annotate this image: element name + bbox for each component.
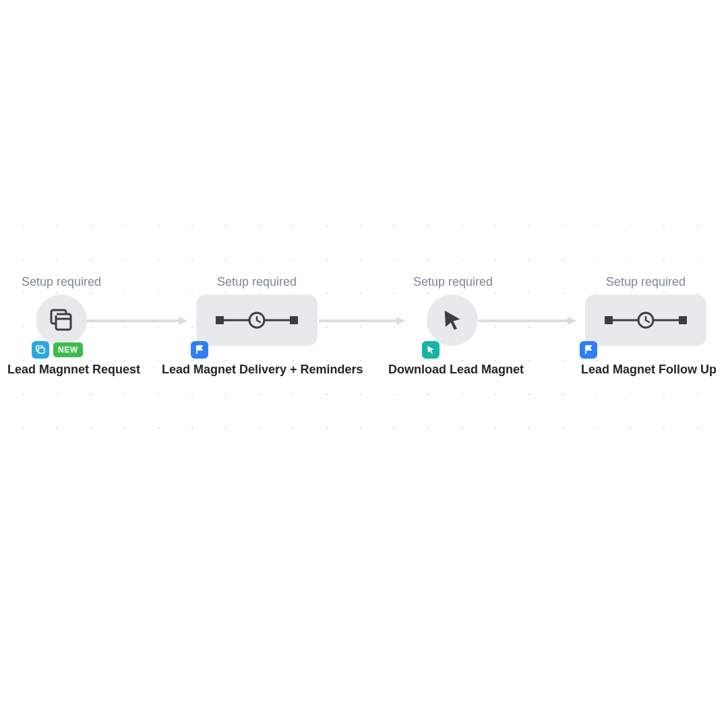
svg-rect-18 (679, 316, 687, 324)
bg-mask (724, 0, 728, 728)
node-badges (422, 341, 439, 359)
svg-marker-3 (396, 317, 405, 325)
bg-mask (0, 431, 728, 728)
svg-rect-11 (216, 316, 224, 324)
timeline-icon (213, 310, 301, 330)
new-badge: NEW (53, 342, 83, 357)
node-lead-magnet-request[interactable] (36, 295, 87, 346)
connector-arrow (479, 317, 576, 325)
node-badges: NEW (32, 341, 83, 359)
cursor-icon (441, 309, 464, 332)
node-follow-up[interactable] (585, 295, 706, 346)
node-delivery-reminders[interactable] (196, 295, 317, 346)
setup-hint: Setup required (217, 275, 297, 289)
svg-rect-12 (290, 316, 298, 324)
flag-badge-icon (580, 341, 597, 359)
bg-mask (0, 0, 728, 220)
svg-rect-17 (605, 316, 613, 324)
svg-rect-9 (38, 348, 44, 353)
flow-canvas[interactable]: Setup required NEW Lead Magnnet Request … (0, 0, 728, 728)
node-title: Lead Magnet Delivery + Reminders (162, 363, 363, 377)
setup-hint: Setup required (606, 275, 686, 289)
cursor-badge-icon (422, 341, 439, 359)
node-title: Lead Magnnet Request (7, 363, 140, 377)
stacked-windows-icon (49, 307, 74, 333)
setup-hint: Setup required (22, 275, 101, 289)
svg-marker-1 (179, 317, 187, 325)
connector-arrow (319, 317, 405, 325)
form-badge-icon (32, 341, 49, 359)
node-title: Download Lead Magnet (388, 363, 524, 377)
flag-badge-icon (191, 341, 208, 359)
bg-mask (0, 0, 4, 728)
setup-hint: Setup required (413, 275, 493, 289)
node-download-lead-magnet[interactable] (427, 295, 478, 346)
connector-arrow (86, 317, 187, 325)
node-badges (191, 341, 208, 359)
timeline-icon (602, 310, 690, 330)
node-title: Lead Magnet Follow Up (581, 363, 717, 377)
svg-marker-5 (568, 317, 576, 325)
node-badges (580, 341, 597, 359)
